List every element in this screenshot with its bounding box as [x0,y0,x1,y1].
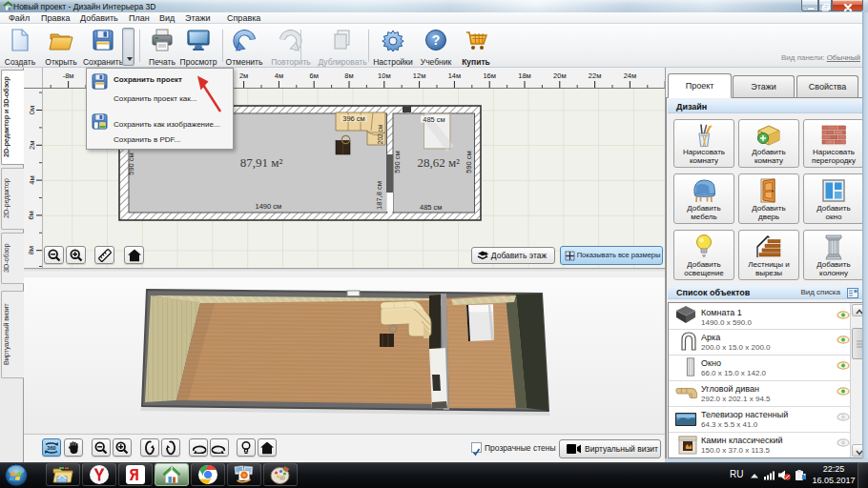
svg-text:0м: 0м [28,106,36,114]
svg-text:396 см: 396 см [342,114,365,123]
svg-text:12м: 12м [413,71,426,80]
svg-text:24м: 24м [624,71,637,80]
svg-text:-8м: -8м [63,71,74,80]
svg-text:590 см: 590 см [127,152,135,175]
svg-text:?: ? [432,32,441,48]
svg-text:590 см: 590 см [393,151,402,173]
svg-text:22м: 22м [589,71,602,80]
svg-text:485 см: 485 см [423,115,445,124]
svg-text:485 см: 485 см [420,203,443,212]
svg-text:2м: 2м [28,141,36,150]
svg-text:360: 360 [47,445,55,451]
svg-text:18м: 18м [518,71,531,80]
svg-text:6м: 6м [27,211,35,219]
svg-text:202 см: 202 см [377,124,383,144]
svg-text:16м: 16м [483,71,496,80]
svg-text:590 см: 590 см [465,151,473,173]
svg-text:187,8 см: 187,8 см [375,181,383,210]
svg-text:14м: 14м [448,71,462,80]
svg-text:6м: 6м [310,71,319,80]
svg-text:4м: 4м [28,175,36,184]
svg-text:8м: 8м [27,246,35,254]
svg-text:2м: 2м [239,71,248,80]
svg-text:20м: 20м [553,71,567,80]
svg-text:87,91 м²: 87,91 м² [240,155,283,170]
svg-text:28,62 м²: 28,62 м² [417,155,460,170]
svg-text:10м: 10м [378,71,391,80]
svg-text:4м: 4м [275,71,283,80]
svg-text:1490 см: 1490 см [256,202,282,211]
svg-text:8м: 8м [344,71,353,80]
